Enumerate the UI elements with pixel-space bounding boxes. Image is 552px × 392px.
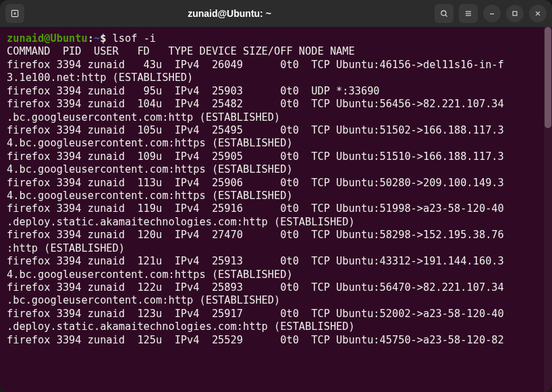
output-line: firefox 3394 zunaid 123u IPv4 25917 0t0 … — [7, 308, 504, 320]
command-text: lsof -i — [113, 32, 156, 45]
output-line: :http (ESTABLISHED) — [7, 242, 125, 254]
output-line: firefox 3394 zunaid 121u IPv4 25913 0t0 … — [7, 255, 504, 267]
scrollbar-thumb[interactable] — [545, 27, 551, 128]
output-line: .bc.googleusercontent.com:http (ESTABLIS… — [7, 111, 280, 123]
prompt-path: ~ — [94, 32, 100, 45]
output-line: 4.bc.googleusercontent.com:https (ESTABL… — [7, 190, 293, 202]
terminal-window: zunaid@Ubuntu: ~ — [0, 0, 552, 392]
prompt-dollar: $ — [100, 32, 112, 45]
output-line: 4.bc.googleusercontent.com:https (ESTABL… — [7, 163, 293, 175]
maximize-button[interactable] — [506, 5, 524, 22]
output-line: firefox 3394 zunaid 120u IPv4 27470 0t0 … — [7, 229, 504, 241]
output-line: .bc.googleusercontent.com:http (ESTABLIS… — [7, 294, 280, 306]
output-line: firefox 3394 zunaid 105u IPv4 25495 0t0 … — [7, 124, 504, 136]
hamburger-icon — [464, 9, 473, 18]
titlebar: zunaid@Ubuntu: ~ — [0, 0, 552, 27]
output-line: 4.bc.googleusercontent.com:https (ESTABL… — [7, 137, 293, 149]
plus-in-box-icon — [10, 9, 20, 18]
output-line: .deploy.static.akamaitechnologies.com:ht… — [7, 216, 355, 228]
output-line: firefox 3394 zunaid 119u IPv4 25916 0t0 … — [7, 202, 504, 215]
output-line: firefox 3394 zunaid 113u IPv4 25906 0t0 … — [7, 177, 504, 189]
menu-button[interactable] — [459, 4, 478, 23]
close-button[interactable] — [529, 5, 547, 22]
scrollbar-track[interactable] — [544, 27, 552, 392]
output-line: .deploy.static.akamaitechnologies.com:ht… — [7, 320, 355, 333]
output-line: firefox 3394 zunaid 95u IPv4 25903 0t0 U… — [7, 85, 380, 97]
minimize-button[interactable] — [483, 5, 501, 22]
prompt-user: zunaid@Ubuntu — [7, 32, 88, 45]
close-icon — [533, 9, 543, 18]
terminal-body[interactable]: zunaid@Ubuntu:~$ lsof -i COMMAND PID USE… — [0, 27, 552, 392]
output-line: firefox 3394 zunaid 104u IPv4 25482 0t0 … — [7, 98, 504, 110]
maximize-icon — [510, 9, 520, 18]
minimize-icon — [487, 9, 497, 18]
output-header: COMMAND PID USER FD TYPE DEVICE SIZE/OFF… — [7, 45, 355, 57]
search-button[interactable] — [435, 4, 453, 23]
search-icon — [439, 9, 449, 18]
svg-line-4 — [445, 15, 447, 17]
output-line: 3.1e100.net:http (ESTABLISHED) — [7, 72, 193, 84]
prompt-sep: : — [88, 32, 94, 45]
output-line: firefox 3394 zunaid 122u IPv4 25893 0t0 … — [7, 281, 504, 293]
svg-rect-9 — [513, 11, 517, 16]
output-line: firefox 3394 zunaid 125u IPv4 25529 0t0 … — [7, 334, 504, 346]
window-title: zunaid@Ubuntu: ~ — [24, 8, 435, 19]
output-line: firefox 3394 zunaid 109u IPv4 25905 0t0 … — [7, 150, 504, 163]
output-line: firefox 3394 zunaid 43u IPv4 26049 0t0 T… — [7, 59, 504, 71]
output-line: 4.bc.googleusercontent.com:https (ESTABL… — [7, 269, 293, 281]
new-tab-button[interactable] — [5, 4, 24, 23]
svg-point-3 — [441, 11, 446, 16]
